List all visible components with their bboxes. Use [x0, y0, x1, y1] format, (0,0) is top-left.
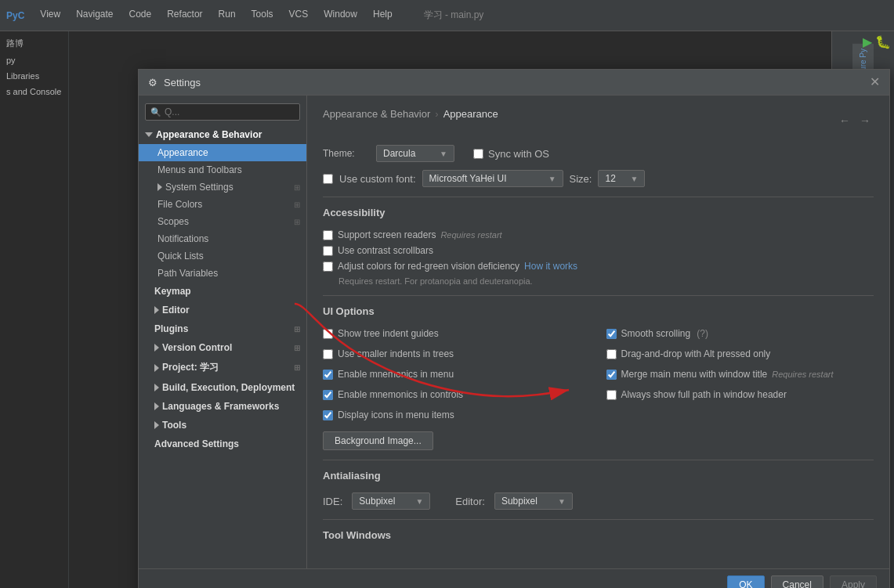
debug-button[interactable]: 🐛: [875, 34, 891, 49]
custom-font-row: Use custom font: Microsoft YaHei UI ▼ Si…: [323, 170, 874, 187]
enable-mnemonics-controls-checkbox[interactable]: [323, 390, 333, 400]
apply-button[interactable]: Apply: [830, 575, 877, 588]
sync-os-checkbox[interactable]: [473, 149, 483, 159]
nav-appearance-behavior-header[interactable]: Appearance & Behavior: [139, 125, 306, 144]
display-icons-label: Display icons in menu items: [338, 409, 454, 420]
menu-view[interactable]: View: [37, 7, 63, 23]
menu-vcs[interactable]: VCS: [286, 7, 312, 23]
drag-drop-label: Drag-and-drop with Alt pressed only: [621, 348, 771, 359]
expand-icon-system: [157, 183, 162, 191]
settings-icon: ⚙: [148, 77, 157, 88]
nav-version-control[interactable]: Version Control ⊞: [139, 338, 306, 357]
show-tree-indent-label: Show tree indent guides: [338, 328, 439, 339]
divider-2: [323, 295, 874, 296]
font-dropdown[interactable]: Microsoft YaHei UI ▼: [422, 170, 563, 187]
settings-overlay: ⚙ Settings ✕ 🔍: [138, 69, 894, 588]
editor-label: Editor:: [455, 496, 485, 507]
nav-item-system-settings[interactable]: System Settings ⊞: [139, 179, 306, 196]
adjust-colors-label: Adjust colors for red-green vision defic…: [338, 261, 519, 272]
size-label: Size:: [570, 173, 592, 185]
support-screen-readers-checkbox[interactable]: [323, 230, 333, 240]
nav-item-menus-toolbars[interactable]: Menus and Toolbars: [139, 161, 306, 179]
how-it-works-link[interactable]: How it works: [524, 261, 577, 272]
nav-editor[interactable]: Editor: [139, 301, 306, 319]
expand-icon-editor: [154, 306, 159, 314]
theme-label: Theme:: [323, 148, 370, 159]
sidebar-item-2[interactable]: Libraries: [0, 68, 68, 84]
ide-dropdown[interactable]: Subpixel ▼: [352, 492, 430, 510]
menu-run[interactable]: Run: [215, 7, 239, 23]
smooth-scrolling-checkbox[interactable]: [606, 329, 617, 339]
breadcrumb-parent: Appearance & Behavior: [323, 108, 430, 120]
ok-button[interactable]: OK: [727, 575, 764, 588]
sync-os-label: Sync with OS: [488, 148, 549, 160]
antialiasing-title: Antialiasing: [323, 470, 874, 485]
plugins-indicator: ⊞: [294, 325, 300, 334]
merge-main-menu-checkbox[interactable]: [606, 370, 617, 380]
nav-build-execution[interactable]: Build, Execution, Deployment: [139, 378, 306, 397]
menu-navigate[interactable]: Navigate: [73, 7, 116, 23]
drag-drop-checkbox[interactable]: [606, 349, 617, 359]
menu-help[interactable]: Help: [370, 7, 396, 23]
merge-main-menu-label: Merge main menu with window title: [621, 369, 768, 380]
show-tree-indent-checkbox[interactable]: [323, 329, 333, 339]
search-box[interactable]: 🔍: [145, 103, 300, 121]
nav-keymap[interactable]: Keymap: [139, 282, 306, 301]
nav-section-label: Appearance & Behavior: [156, 129, 262, 140]
menu-code[interactable]: Code: [126, 7, 155, 23]
use-smaller-indents-row: Use smaller indents in trees: [323, 348, 591, 359]
sidebar-left: 路博 py Libraries s and Console: [0, 31, 69, 588]
accessibility-title: Accessibility: [323, 207, 874, 222]
nav-plugins[interactable]: Plugins ⊞: [139, 319, 306, 338]
sidebar-item-1[interactable]: py: [0, 52, 68, 68]
nav-item-notifications[interactable]: Notifications: [139, 230, 306, 247]
adjust-colors-checkbox[interactable]: [323, 262, 333, 272]
smooth-scrolling-label: Smooth scrolling: [621, 328, 691, 339]
menu-window[interactable]: Window: [320, 7, 360, 23]
search-input[interactable]: [165, 106, 295, 117]
sidebar-item-0[interactable]: 路博: [0, 34, 68, 52]
content-panel: Appearance & Behavior › Appearance ← →: [307, 96, 889, 568]
size-dropdown-arrow: ▼: [631, 175, 639, 183]
always-show-full-path-checkbox[interactable]: [606, 390, 617, 400]
editor-value: Subpixel: [501, 496, 537, 507]
editor-dropdown-arrow: ▼: [558, 497, 566, 506]
nav-tools[interactable]: Tools: [139, 416, 306, 435]
nav-panel: 🔍 Appearance & Behavior Appearance Menus…: [139, 96, 307, 568]
forward-arrow[interactable]: →: [856, 113, 874, 128]
nav-languages-frameworks[interactable]: Languages & Frameworks: [139, 397, 306, 416]
cancel-button[interactable]: Cancel: [771, 575, 823, 588]
editor-dropdown[interactable]: Subpixel ▼: [494, 492, 573, 510]
breadcrumb-separator: ›: [435, 108, 438, 120]
background-image-button[interactable]: Background Image...: [323, 431, 433, 450]
main-layout: 路博 py Libraries s and Console Configure …: [0, 31, 894, 588]
use-smaller-indents-checkbox[interactable]: [323, 349, 333, 359]
dialog-footer: OK Cancel Apply: [139, 568, 889, 588]
nav-project[interactable]: Project: 学习 ⊞: [139, 357, 306, 378]
enable-mnemonics-menu-checkbox[interactable]: [323, 370, 333, 380]
nav-item-quick-lists[interactable]: Quick Lists: [139, 247, 306, 265]
nav-item-path-variables[interactable]: Path Variables: [139, 265, 306, 282]
menu-refactor[interactable]: Refactor: [164, 7, 205, 23]
use-contrast-scrollbars-checkbox[interactable]: [323, 246, 333, 256]
nav-item-scopes[interactable]: Scopes ⊞: [139, 213, 306, 230]
back-arrow[interactable]: ←: [836, 113, 853, 128]
display-icons-checkbox[interactable]: [323, 410, 333, 420]
dialog-close-button[interactable]: ✕: [870, 76, 880, 88]
font-value: Microsoft YaHei UI: [429, 173, 507, 184]
ide-dropdown-arrow: ▼: [415, 497, 423, 506]
antialiasing-row: IDE: Subpixel ▼ Editor: Subpixel ▼: [323, 492, 874, 510]
run-button[interactable]: ▶: [863, 34, 872, 49]
nav-item-appearance[interactable]: Appearance: [139, 144, 306, 161]
dialog-body: 🔍 Appearance & Behavior Appearance Menus…: [139, 96, 889, 568]
sidebar-item-3[interactable]: s and Console: [0, 84, 68, 99]
expand-icon: [145, 132, 153, 137]
menu-tools[interactable]: Tools: [248, 7, 277, 23]
theme-dropdown[interactable]: Darcula ▼: [376, 145, 454, 162]
nav-advanced-settings[interactable]: Advanced Settings: [139, 435, 306, 453]
use-custom-font-checkbox[interactable]: [323, 174, 333, 184]
adjust-colors-row: Adjust colors for red-green vision defic…: [323, 261, 874, 272]
expand-icon-lang: [154, 402, 159, 410]
nav-item-file-colors[interactable]: File Colors ⊞: [139, 196, 306, 213]
size-dropdown[interactable]: 12 ▼: [598, 170, 645, 187]
